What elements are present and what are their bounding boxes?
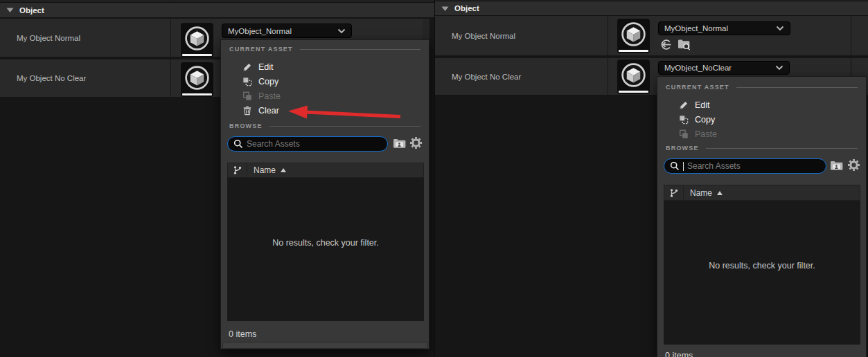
chevron-down-icon <box>337 28 346 34</box>
menu-item-copy[interactable]: Copy <box>221 74 429 89</box>
path-picker-button[interactable] <box>829 159 843 172</box>
sort-ascending-icon <box>717 191 723 195</box>
combo-value: MyObject_Normal <box>664 24 776 33</box>
paste-icon <box>678 129 689 139</box>
category-title: Object <box>454 4 479 12</box>
category-header-object[interactable]: Object <box>0 3 434 18</box>
menu-item-copy[interactable]: Copy <box>657 112 866 127</box>
asset-combo-normal[interactable]: MyObject_Normal <box>222 24 352 38</box>
details-panel-right: Object My Object Normal My Object No Cle… <box>435 0 868 357</box>
items-count: 0 items <box>229 329 256 339</box>
menu-item-paste: Paste <box>657 127 866 141</box>
asset-color-strip <box>182 54 212 56</box>
sort-ascending-icon <box>281 168 286 172</box>
gear-icon <box>848 159 860 171</box>
property-label: My Object No Clear <box>17 74 86 82</box>
asset-results-list: No results, check your filter. <box>227 178 424 321</box>
copy-icon <box>242 76 252 86</box>
folder-magnifier-icon <box>677 38 691 51</box>
menu-item-clear[interactable]: Clear <box>221 103 429 118</box>
section-current-asset: CURRENT ASSET <box>666 84 858 91</box>
property-label: My Object No Clear <box>452 73 521 81</box>
search-input[interactable] <box>687 161 820 171</box>
section-browse: BROWSE <box>229 122 420 129</box>
asset-results-list: No results, check your filter. <box>664 201 860 345</box>
items-count: 0 items <box>665 351 693 357</box>
cube-icon <box>183 24 211 53</box>
collapse-triangle-icon <box>441 6 449 12</box>
combo-value: MyObject_Normal <box>228 27 337 35</box>
asset-table-header: Name <box>664 185 860 201</box>
menu-item-paste: Paste <box>221 89 429 103</box>
cube-icon <box>183 64 211 92</box>
collapse-triangle-icon <box>6 7 14 13</box>
asset-color-strip <box>619 50 648 52</box>
asset-color-strip <box>619 91 648 93</box>
search-icon <box>670 161 680 171</box>
revision-column-icon <box>228 163 247 177</box>
asset-thumbnail[interactable] <box>181 62 213 97</box>
category-title: Object <box>19 6 44 15</box>
trash-icon <box>242 105 252 116</box>
pencil-icon <box>242 62 252 72</box>
revision-column-icon <box>664 185 684 200</box>
search-assets-field[interactable] <box>664 158 826 174</box>
view-options-gear-button[interactable] <box>409 136 422 149</box>
combo-value: MyObject_NoClear <box>664 64 775 72</box>
use-selected-asset-button[interactable] <box>659 38 672 51</box>
pencil-icon <box>678 100 689 110</box>
asset-combo-normal[interactable]: MyObject_Normal <box>658 21 790 35</box>
empty-results-text: No results, check your filter. <box>709 261 815 271</box>
gear-icon <box>410 137 422 149</box>
chevron-down-icon <box>776 26 784 31</box>
path-picker-button[interactable] <box>392 137 406 149</box>
asset-picker-popup: CURRENT ASSET Edit Copy Paste <box>657 76 867 357</box>
property-label: My Object Normal <box>452 32 515 40</box>
search-input[interactable] <box>247 139 382 149</box>
name-column-header[interactable]: Name <box>684 185 860 200</box>
asset-thumbnail[interactable] <box>617 60 650 94</box>
asset-thumbnail[interactable] <box>617 19 650 53</box>
details-panel-left: Object My Object Normal My Object No Cle… <box>0 0 434 357</box>
asset-table-header: Name <box>227 163 424 178</box>
empty-results-text: No results, check your filter. <box>272 238 379 248</box>
text-caret <box>683 162 684 171</box>
folder-icon <box>393 138 406 149</box>
menu-item-edit[interactable]: Edit <box>657 98 866 112</box>
property-row-normal: My Object Normal <box>435 16 868 57</box>
circle-left-arrow-icon <box>660 39 672 51</box>
asset-thumbnail[interactable] <box>181 23 213 57</box>
name-column-header[interactable]: Name <box>247 163 423 177</box>
search-icon <box>233 139 243 149</box>
asset-color-strip <box>182 93 212 95</box>
resize-grip[interactable] <box>222 342 427 349</box>
view-options-gear-button[interactable] <box>847 158 860 171</box>
section-current-asset: CURRENT ASSET <box>229 46 420 53</box>
browse-to-asset-button[interactable] <box>677 37 691 51</box>
folder-icon <box>830 160 843 171</box>
asset-picker-popup: CURRENT ASSET Edit Copy Paste <box>220 39 429 349</box>
menu-item-edit[interactable]: Edit <box>221 60 429 74</box>
asset-combo-noclear[interactable]: MyObject_NoClear <box>658 61 790 75</box>
cube-icon <box>619 61 648 89</box>
paste-icon <box>242 91 252 101</box>
property-label: My Object Normal <box>17 34 80 42</box>
copy-icon <box>678 114 689 125</box>
details-panel-comparison: Object My Object Normal My Object No Cle… <box>0 0 868 357</box>
cube-icon <box>619 20 648 48</box>
section-browse: BROWSE <box>666 145 858 152</box>
chevron-down-icon <box>775 65 783 71</box>
search-assets-field[interactable] <box>227 136 388 152</box>
category-header-object[interactable]: Object <box>435 1 868 16</box>
